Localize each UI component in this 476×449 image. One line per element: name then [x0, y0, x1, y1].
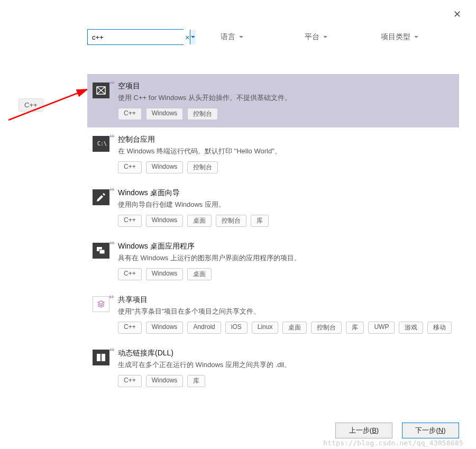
next-button[interactable]: 下一步(N) — [402, 423, 459, 438]
template-tag: Windows — [146, 161, 184, 173]
template-desc: 使用向导自行创建 Windows 应用。 — [118, 200, 454, 209]
template-tag: Windows — [146, 108, 184, 120]
template-list: ++空项目使用 C++ for Windows 从头开始操作。不提供基础文件。C… — [87, 74, 459, 407]
filter-bar: × 语言 平台 项目类型 — [87, 29, 459, 45]
template-title: 共享项目 — [118, 295, 454, 305]
template-body: 动态链接库(DLL)生成可在多个正在运行的 Windows 应用之间共享的 .d… — [113, 349, 454, 387]
wizard-icon: ++ — [93, 189, 109, 205]
search-box: × — [87, 29, 184, 45]
svg-rect-4 — [99, 250, 105, 254]
template-desc: 使用 C++ for Windows 从头开始操作。不提供基础文件。 — [118, 93, 454, 103]
filter-project-type[interactable]: 项目类型 — [381, 32, 419, 42]
hover-tooltip: C++ — [19, 98, 43, 112]
template-tag: 桌面 — [187, 268, 212, 280]
template-tags: C++Windows控制台 — [118, 108, 454, 120]
template-tag: Windows — [146, 268, 184, 280]
template-tag: 控制台 — [216, 215, 246, 227]
template-title: 控制台应用 — [118, 135, 454, 144]
filter-language[interactable]: 语言 — [221, 32, 244, 42]
console-app-icon: C:\++ — [93, 136, 109, 152]
template-tag: 控制台 — [187, 108, 218, 120]
watermark: https://blog.csdn.net/qq_43058685 — [323, 439, 463, 447]
svg-rect-5 — [97, 354, 100, 361]
prev-button[interactable]: 上一步(B) — [335, 423, 392, 438]
template-icon-wrap: ++ — [89, 349, 113, 387]
template-icon-wrap: ++ — [89, 242, 113, 280]
template-tag: 库 — [187, 375, 205, 387]
filter-label: 平台 — [305, 32, 319, 42]
svg-rect-6 — [102, 354, 105, 361]
template-tags: C++Windows桌面 — [118, 268, 454, 280]
template-item[interactable]: ++共享项目使用"共享条目"项目在多个项目之间共享文件。C++WindowsAn… — [87, 288, 459, 341]
template-body: Windows 桌面向导使用向导自行创建 Windows 应用。C++Windo… — [113, 188, 454, 227]
template-tag: 桌面 — [282, 322, 307, 334]
template-tag: C++ — [118, 108, 142, 120]
template-tag: C++ — [118, 215, 142, 227]
template-desc: 使用"共享条目"项目在多个项目之间共享文件。 — [118, 307, 454, 316]
desktop-app-icon: ++ — [93, 243, 109, 259]
template-tag: 库 — [251, 215, 269, 227]
shared-project-icon: ++ — [93, 296, 109, 312]
template-tag: Android — [187, 322, 221, 334]
template-title: 动态链接库(DLL) — [118, 349, 454, 358]
template-tag: C++ — [118, 268, 142, 280]
template-item[interactable]: ++Windows 桌面向导使用向导自行创建 Windows 应用。C++Win… — [87, 181, 459, 234]
svg-text:C:\: C:\ — [97, 141, 106, 146]
template-item[interactable]: C:\++控制台应用在 Windows 终端运行代码。默认打印 "Hello W… — [87, 127, 459, 181]
clear-icon[interactable]: × — [185, 33, 190, 42]
template-body: 空项目使用 C++ for Windows 从头开始操作。不提供基础文件。C++… — [113, 81, 454, 120]
filter-label: 语言 — [221, 32, 235, 42]
template-tag: 库 — [346, 322, 364, 334]
empty-project-icon: ++ — [93, 83, 109, 98]
template-title: 空项目 — [118, 81, 454, 91]
template-title: Windows 桌面向导 — [118, 188, 454, 198]
template-icon-wrap: ++ — [89, 295, 113, 334]
template-desc: 具有在 Windows 上运行的图形用户界面的应用程序的项目。 — [118, 253, 454, 263]
template-tag: C++ — [118, 322, 142, 334]
template-tag: 桌面 — [187, 215, 212, 227]
template-tag: C++ — [118, 161, 142, 173]
template-item[interactable]: ++空项目使用 C++ for Windows 从头开始操作。不提供基础文件。C… — [87, 74, 459, 127]
footer-buttons: 上一步(B) 下一步(N) — [335, 423, 459, 438]
close-button[interactable]: ✕ — [449, 6, 465, 22]
template-tag: 控制台 — [187, 161, 218, 173]
button-label: 下一步 — [415, 426, 436, 434]
template-icon-wrap: C:\++ — [89, 135, 113, 173]
template-tag: Windows — [146, 215, 184, 227]
template-tag: 移动 — [427, 322, 452, 334]
template-item[interactable]: ++动态链接库(DLL)生成可在多个正在运行的 Windows 应用之间共享的 … — [87, 341, 459, 395]
template-title: Windows 桌面应用程序 — [118, 242, 454, 251]
dll-icon: ++ — [93, 350, 109, 365]
chevron-down-icon — [414, 33, 419, 41]
template-tags: C++WindowsAndroidiOSLinux桌面控制台库UWP游戏移动 — [118, 322, 454, 334]
template-tag: 控制台 — [311, 322, 342, 334]
template-tag: C++ — [118, 375, 142, 387]
template-item[interactable]: ++Windows 桌面应用程序具有在 Windows 上运行的图形用户界面的应… — [87, 234, 459, 288]
template-tag: Linux — [252, 322, 279, 334]
template-tag: Windows — [146, 375, 184, 387]
button-label: 上一步 — [349, 426, 370, 434]
template-body: Windows 桌面应用程序具有在 Windows 上运行的图形用户界面的应用程… — [113, 242, 454, 280]
template-body: 共享项目使用"共享条目"项目在多个项目之间共享文件。C++WindowsAndr… — [113, 295, 454, 334]
template-icon-wrap: ++ — [89, 188, 113, 227]
template-tag: iOS — [225, 322, 248, 334]
search-input[interactable] — [88, 30, 185, 44]
template-tags: C++Windows控制台 — [118, 161, 454, 173]
template-desc: 生成可在多个正在运行的 Windows 应用之间共享的 .dll。 — [118, 360, 454, 370]
template-tag: Windows — [146, 322, 184, 334]
filter-label: 项目类型 — [381, 32, 410, 42]
template-tags: C++Windows桌面控制台库 — [118, 215, 454, 227]
template-desc: 在 Windows 终端运行代码。默认打印 "Hello World"。 — [118, 146, 454, 156]
chevron-down-icon — [323, 33, 328, 41]
template-tag: UWP — [368, 322, 395, 334]
template-tag: 游戏 — [399, 322, 423, 334]
button-key: N — [438, 426, 443, 434]
chevron-down-icon — [239, 33, 244, 41]
button-key: B — [372, 426, 377, 434]
template-icon-wrap: ++ — [89, 81, 113, 120]
filter-platform[interactable]: 平台 — [305, 32, 328, 42]
template-body: 控制台应用在 Windows 终端运行代码。默认打印 "Hello World"… — [113, 135, 454, 173]
template-tags: C++Windows库 — [118, 375, 454, 387]
search-dropdown[interactable] — [190, 30, 196, 44]
